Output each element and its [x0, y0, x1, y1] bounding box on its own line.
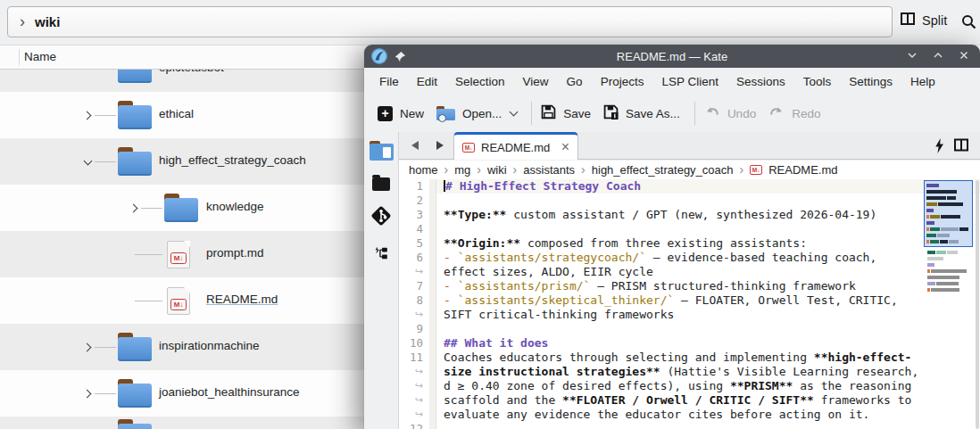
undo-button[interactable]: Undo — [704, 105, 756, 122]
menu-view[interactable]: View — [514, 75, 558, 88]
file-label[interactable]: knowledge — [206, 200, 264, 213]
menu-tools[interactable]: Tools — [794, 75, 841, 88]
menu-projects[interactable]: Projects — [592, 75, 653, 88]
tree-connector — [95, 161, 116, 162]
editor-line[interactable]: 2 — [399, 194, 980, 208]
wrap-marker-icon: ↪ — [399, 393, 429, 408]
minimize-icon[interactable] — [907, 48, 918, 64]
wrap-marker-icon: ↪ — [399, 365, 429, 379]
minimap-viewport[interactable] — [924, 180, 973, 247]
breadcrumb[interactable]: wiki — [35, 14, 60, 29]
file-label[interactable]: README.md — [206, 293, 278, 306]
git-sidebar-icon[interactable] — [370, 204, 393, 231]
chevron-icon — [129, 204, 137, 213]
menu-file[interactable]: File — [370, 75, 408, 88]
pin-icon[interactable] — [394, 50, 406, 66]
code-text: evaluate any evidence the educator cites… — [436, 408, 980, 422]
line-number: 9 — [399, 322, 429, 336]
code-text: Coaches educators through selecting and … — [436, 351, 980, 365]
redo-button[interactable]: Redo — [768, 105, 820, 122]
file-label[interactable]: prompt.md — [206, 246, 264, 260]
split-view-icon — [901, 12, 915, 28]
file-label[interactable]: joaniebot_healthinsurance — [159, 385, 300, 399]
breadcrumb-item-assistants[interactable]: assistants — [523, 163, 575, 177]
tree-connector — [135, 254, 162, 255]
expander-collapsed-icon[interactable] — [82, 110, 94, 121]
folding-gutter — [429, 408, 436, 422]
lsp-symbols-sidebar-icon[interactable] — [373, 244, 390, 265]
file-label[interactable]: ethical — [159, 107, 194, 120]
menu-lsp-client[interactable]: LSP Client — [652, 75, 727, 88]
editor-line[interactable]: ↪evaluate any evidence the educator cite… — [399, 408, 980, 422]
folding-gutter — [429, 351, 436, 365]
editor-line[interactable]: ↪size instructional strategies** (Hattie… — [399, 365, 980, 379]
save-button[interactable]: Save — [541, 104, 591, 122]
file-label[interactable]: epictetusbot — [159, 70, 224, 74]
tab-forward-icon[interactable] — [436, 141, 444, 150]
editor-line[interactable]: 7- `assistants/prism/` — PRISM structure… — [399, 279, 980, 293]
editor-line[interactable]: 9 — [399, 322, 980, 336]
expander-expanded-icon[interactable] — [82, 156, 94, 168]
folder-icon — [118, 70, 152, 83]
editor-line[interactable]: 6- `assistants/strategycoach/` — evidenc… — [399, 251, 980, 265]
editor-line[interactable]: 1# High-Effect Strategy Coach — [399, 179, 980, 194]
menu-help[interactable]: Help — [901, 75, 944, 88]
minimap-scrollbar[interactable] — [924, 180, 973, 295]
editor-line[interactable]: ↪scaffold and the **FLOATER / Orwell / C… — [399, 393, 980, 408]
tree-connector — [95, 115, 116, 116]
scrollbar-track[interactable] — [976, 180, 979, 429]
folding-gutter — [429, 336, 436, 351]
folder-icon — [118, 333, 152, 361]
breadcrumb-item-wiki[interactable]: wiki — [487, 163, 507, 177]
menu-selection[interactable]: Selection — [446, 75, 514, 88]
file-label[interactable]: high_effect_strategy_coach — [159, 153, 306, 167]
editor-line[interactable]: 11Coaches educators through selecting an… — [399, 351, 980, 365]
split-button[interactable]: Split — [901, 12, 947, 28]
close-icon[interactable] — [959, 48, 969, 64]
open-button[interactable]: Open... — [436, 106, 517, 120]
editor-line[interactable]: ↪effect sizes, ALDO, EIIR cycle — [399, 265, 980, 279]
quick-open-icon[interactable] — [934, 138, 944, 153]
expander-collapsed-icon[interactable] — [82, 388, 94, 400]
toolbar-separator — [531, 102, 532, 125]
menu-go[interactable]: Go — [558, 75, 592, 88]
open-dropdown-icon[interactable] — [510, 107, 519, 116]
editor[interactable]: 1# High-Effect Strategy Coach23**Type:**… — [399, 179, 980, 429]
editor-line[interactable]: 3**Type:** custom assistant / GPT (new, … — [399, 208, 980, 222]
breadcrumb-item-mg[interactable]: mg — [454, 163, 470, 177]
search-icon[interactable] — [961, 14, 976, 33]
tree-connector — [95, 347, 116, 348]
editor-line[interactable]: 8- `assistants/skeptical_thinker/` — FLO… — [399, 293, 980, 308]
documents-sidebar-icon[interactable] — [370, 141, 394, 161]
menu-sessions[interactable]: Sessions — [727, 75, 794, 88]
expander-collapsed-icon[interactable] — [129, 202, 140, 214]
new-button[interactable]: + New — [378, 106, 424, 121]
breadcrumb-item-home[interactable]: home — [409, 163, 438, 177]
editor-line[interactable]: 10## What it does — [399, 336, 980, 351]
menu-settings[interactable]: Settings — [840, 75, 901, 88]
code-text: d ≥ 0.40 zone of desired effects), using… — [436, 379, 980, 393]
code-text: # High-Effect Strategy Coach — [436, 179, 980, 194]
save-as-button[interactable]: Save As... — [603, 104, 680, 122]
breadcrumb-item-high_effect_strategy_coach[interactable]: high_effect_strategy_coach — [592, 163, 734, 177]
editor-line[interactable]: 5**Origin:** composed from three existin… — [399, 236, 980, 251]
code-text: **Origin:** composed from three existing… — [436, 236, 980, 251]
editor-line[interactable]: ↪d ≥ 0.40 zone of desired effects), usin… — [399, 379, 980, 393]
tab-back-icon[interactable] — [411, 141, 419, 150]
expander-collapsed-icon[interactable] — [82, 342, 94, 353]
maximize-icon[interactable] — [933, 48, 943, 64]
editor-line[interactable]: 4 — [399, 222, 980, 236]
tab-readme[interactable]: M↓ README.md × — [453, 132, 578, 160]
split-view-icon[interactable] — [954, 138, 968, 152]
code-text — [436, 422, 980, 429]
location-bar[interactable]: › wiki — [7, 6, 893, 37]
editor-line[interactable]: 12 — [399, 422, 980, 429]
file-label[interactable]: inspirationmachine — [159, 339, 260, 352]
filesystem-sidebar-icon[interactable] — [372, 177, 390, 191]
breadcrumb-item-README.md[interactable]: README.md — [768, 163, 837, 177]
menu-edit[interactable]: Edit — [408, 75, 446, 88]
kate-titlebar[interactable]: README.md — Kate — [364, 45, 980, 68]
tab-close-icon[interactable]: × — [561, 140, 569, 154]
name-column-header[interactable]: Name — [24, 50, 56, 63]
editor-line[interactable]: ↪SIFT critical-thinking frameworks — [399, 308, 980, 322]
